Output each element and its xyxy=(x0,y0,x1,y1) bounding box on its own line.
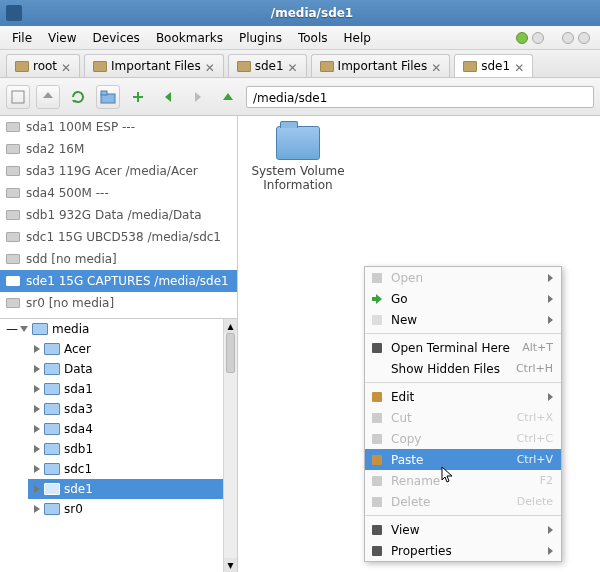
titlebar: /media/sde1 xyxy=(0,0,600,26)
close-icon[interactable]: ✕ xyxy=(288,61,298,71)
tab-important-2[interactable]: Important Files✕ xyxy=(311,54,451,77)
expand-icon[interactable] xyxy=(34,345,40,353)
scroll-down-icon[interactable]: ▾ xyxy=(224,558,237,572)
device-row[interactable]: sda4 500M --- xyxy=(0,182,237,204)
svg-rect-13 xyxy=(372,413,382,423)
svg-rect-16 xyxy=(372,476,382,486)
tree-row[interactable]: sde1 xyxy=(28,479,237,499)
ctx-new[interactable]: New xyxy=(365,309,561,330)
tab-sde1-2[interactable]: sde1✕ xyxy=(454,54,533,77)
expand-icon[interactable] xyxy=(34,385,40,393)
folder-icon xyxy=(237,61,251,72)
device-row[interactable]: sda1 100M ESP --- xyxy=(0,116,237,138)
menu-help[interactable]: Help xyxy=(335,28,378,48)
delete-icon xyxy=(369,494,385,510)
folder-icon xyxy=(15,61,29,72)
tree-row[interactable]: sr0 xyxy=(28,499,237,519)
device-label: sdb1 932G Data /media/Data xyxy=(26,208,202,222)
ctx-properties[interactable]: Properties xyxy=(365,540,561,561)
tree-row[interactable]: sdc1 xyxy=(28,459,237,479)
menu-view[interactable]: View xyxy=(40,28,84,48)
folder-open-button[interactable] xyxy=(96,85,120,109)
close-icon[interactable]: ✕ xyxy=(514,61,524,71)
close-icon[interactable]: ✕ xyxy=(61,61,71,71)
close-icon[interactable]: ✕ xyxy=(205,61,215,71)
close-icon[interactable]: ✕ xyxy=(431,61,441,71)
up-button[interactable] xyxy=(216,85,240,109)
menu-plugins[interactable]: Plugins xyxy=(231,28,290,48)
device-row[interactable]: sda3 119G Acer /media/Acer xyxy=(0,160,237,182)
svg-marker-1 xyxy=(43,92,53,98)
device-row[interactable]: sr0 [no media] xyxy=(0,292,237,314)
folder-icon xyxy=(320,61,334,72)
collapse-icon[interactable]: — xyxy=(6,322,16,336)
blank-icon xyxy=(369,361,385,377)
scrollbar-thumb[interactable] xyxy=(226,333,235,373)
svg-rect-10 xyxy=(372,315,382,325)
device-row[interactable]: sdd [no media] xyxy=(0,248,237,270)
folder-icon xyxy=(463,61,477,72)
file-item[interactable]: System Volume Information xyxy=(248,126,348,192)
forward-button[interactable] xyxy=(186,85,210,109)
menu-tools[interactable]: Tools xyxy=(290,28,336,48)
menu-file[interactable]: File xyxy=(4,28,40,48)
scrollbar[interactable]: ▴ ▾ xyxy=(223,319,237,572)
tree-row[interactable]: sda1 xyxy=(28,379,237,399)
tab-important-1[interactable]: Important Files✕ xyxy=(84,54,224,77)
tree-row[interactable]: Acer xyxy=(28,339,237,359)
device-row[interactable]: sdb1 932G Data /media/Data xyxy=(0,204,237,226)
folder-icon xyxy=(44,503,60,515)
expand-icon[interactable] xyxy=(34,365,40,373)
tab-label: sde1 xyxy=(255,59,284,73)
expand-icon[interactable] xyxy=(34,465,40,473)
tree-row-media[interactable]: —media xyxy=(0,319,237,339)
menu-bookmarks[interactable]: Bookmarks xyxy=(148,28,231,48)
device-label: sda4 500M --- xyxy=(26,186,109,200)
ctx-paste[interactable]: PasteCtrl+V xyxy=(365,449,561,470)
eject-button[interactable] xyxy=(36,85,60,109)
expand-icon[interactable] xyxy=(34,405,40,413)
reload-button[interactable] xyxy=(66,85,90,109)
devices-list: sda1 100M ESP ---sda2 16Msda3 119G Acer … xyxy=(0,116,237,319)
expand-icon[interactable] xyxy=(20,326,28,332)
ctx-open-terminal-here[interactable]: Open Terminal HereAlt+T xyxy=(365,337,561,358)
path-input[interactable]: /media/sde1 xyxy=(246,86,594,108)
tree-label: sdc1 xyxy=(64,462,92,476)
svg-rect-0 xyxy=(12,91,24,103)
drive-icon xyxy=(6,210,20,220)
expand-icon[interactable] xyxy=(34,485,40,493)
tree-row[interactable]: sda4 xyxy=(28,419,237,439)
tree-row[interactable]: Data xyxy=(28,359,237,379)
expand-icon[interactable] xyxy=(34,505,40,513)
expand-icon[interactable] xyxy=(34,425,40,433)
ctx-label: Show Hidden Files xyxy=(391,362,510,376)
device-label: sde1 15G CAPTURES /media/sde1 xyxy=(26,274,229,288)
device-row[interactable]: sdc1 15G UBCD538 /media/sdc1 xyxy=(0,226,237,248)
scroll-up-icon[interactable]: ▴ xyxy=(224,319,237,333)
folder-icon xyxy=(32,323,48,335)
tab-sde1-1[interactable]: sde1✕ xyxy=(228,54,307,77)
tab-root[interactable]: root✕ xyxy=(6,54,80,77)
tree-row[interactable]: sda3 xyxy=(28,399,237,419)
drive-icon xyxy=(6,276,20,286)
submenu-arrow-icon xyxy=(548,393,553,401)
menu-devices[interactable]: Devices xyxy=(85,28,148,48)
panel-button[interactable] xyxy=(6,85,30,109)
back-button[interactable] xyxy=(156,85,180,109)
device-row[interactable]: sda2 16M xyxy=(0,138,237,160)
ctx-view[interactable]: View xyxy=(365,519,561,540)
expand-icon[interactable] xyxy=(34,445,40,453)
drive-icon xyxy=(6,144,20,154)
toolbar: /media/sde1 xyxy=(0,78,600,116)
tree-row[interactable]: sdb1 xyxy=(28,439,237,459)
svg-rect-14 xyxy=(372,434,382,444)
drive-icon xyxy=(6,122,20,132)
open-icon xyxy=(369,270,385,286)
ctx-edit[interactable]: Edit xyxy=(365,386,561,407)
dot-icon xyxy=(578,32,590,44)
ctx-go[interactable]: Go xyxy=(365,288,561,309)
new-tab-button[interactable] xyxy=(126,85,150,109)
ctx-label: New xyxy=(391,313,542,327)
device-row[interactable]: sde1 15G CAPTURES /media/sde1 xyxy=(0,270,237,292)
ctx-show-hidden-files[interactable]: Show Hidden FilesCtrl+H xyxy=(365,358,561,379)
